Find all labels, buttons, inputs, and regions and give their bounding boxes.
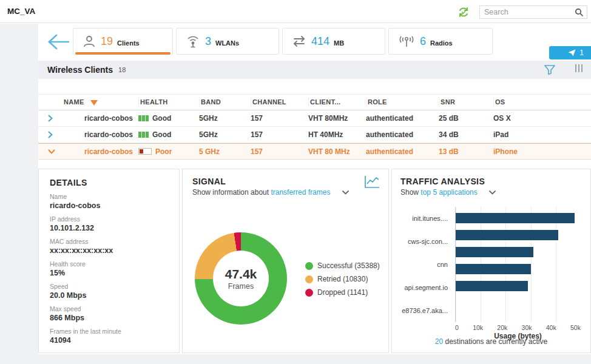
cell-band: 5 GHz: [199, 147, 251, 156]
top5-applications-link[interactable]: top 5 applications: [420, 188, 477, 197]
bottom-strip: [38, 354, 591, 364]
cell-channel: 157: [251, 147, 308, 156]
column-header-name[interactable]: NAME: [62, 97, 138, 107]
search-box: [479, 5, 587, 19]
cell-snr: 34 dB: [439, 130, 493, 139]
row-expand-icon[interactable]: [38, 115, 62, 122]
radios-label: Radios: [430, 39, 453, 47]
bar-label: api.segment.io: [399, 276, 453, 299]
axis-tick: 40k: [546, 324, 556, 331]
bar-label: e8736.e7.aka...: [399, 299, 453, 322]
axis-tick: 10k: [473, 324, 483, 331]
column-header-client[interactable]: CLIENT...: [308, 97, 366, 107]
clients-count: 19: [101, 35, 113, 48]
axis-tick: 30k: [522, 324, 532, 331]
cell-os: OS X: [493, 114, 591, 123]
cell-name: ricardo-cobos: [62, 130, 138, 139]
field-value: 41094: [50, 336, 168, 345]
traffic-dropdown-icon[interactable]: [489, 190, 496, 195]
row-expand-icon[interactable]: [38, 131, 62, 138]
signal-dropdown-icon[interactable]: [342, 190, 349, 195]
tab-wlans[interactable]: 3 WLANs: [176, 28, 279, 55]
mb-count: 414: [311, 35, 329, 48]
cell-client: VHT 80MHz: [308, 114, 366, 123]
row-collapse-icon[interactable]: [38, 149, 62, 154]
tab-radios[interactable]: 6 Radios: [388, 28, 493, 55]
cell-role: authenticated: [366, 114, 439, 123]
clients-table: NAME HEALTH BAND CHANNEL CLIENT... ROLE …: [38, 94, 591, 160]
mb-label: MB: [334, 39, 344, 47]
column-header-role[interactable]: ROLE: [366, 97, 439, 107]
field-label: Speed: [50, 283, 168, 290]
sync-button[interactable]: [457, 5, 470, 19]
cell-os: iPhone: [493, 147, 591, 156]
cell-channel: 157: [251, 130, 308, 139]
badge-plane-icon: [568, 49, 576, 56]
traffic-panel: TRAFFIC ANALYSIS Show top 5 applications…: [391, 169, 591, 353]
traffic-bar: [456, 213, 575, 223]
signal-subtitle-text: Show information about: [192, 188, 271, 197]
alert-badge[interactable]: 1: [549, 46, 591, 59]
field-value: 866 Mbps: [50, 314, 168, 322]
cell-snr: 25 dB: [439, 114, 493, 123]
health-good-indicator: [138, 132, 149, 138]
axis-tick: 0: [455, 324, 459, 331]
column-header-channel[interactable]: CHANNEL: [251, 97, 308, 107]
table-row[interactable]: ricardo-cobos Good 5GHz 157 VHT 80MHz au…: [38, 110, 591, 127]
signal-title: SIGNAL: [192, 177, 379, 186]
sync-icon: [457, 5, 470, 19]
search-input[interactable]: [484, 7, 569, 18]
traffic-bar: [456, 230, 558, 240]
legend-dot: [305, 262, 313, 270]
column-header-snr[interactable]: SNR: [439, 97, 493, 107]
donut-center-value: 47.4k: [225, 267, 257, 281]
cell-name: ricardo-cobos: [62, 114, 138, 123]
bar-label: init.itunes....: [399, 207, 453, 230]
line-chart-icon[interactable]: [364, 175, 380, 189]
health-poor-indicator: [138, 148, 152, 155]
transfer-arrows-icon: [291, 35, 307, 48]
cell-band: 5GHz: [199, 130, 251, 139]
column-header-band[interactable]: BAND: [199, 97, 251, 107]
cell-snr: 13 dB: [439, 147, 493, 156]
wlans-count: 3: [205, 35, 211, 48]
left-gutter: [0, 24, 38, 364]
tab-traffic-mb[interactable]: 414 MB: [282, 28, 385, 55]
section-header: Wireless Clients 18: [38, 61, 591, 79]
cell-os: iPad: [493, 130, 591, 139]
cell-role: authenticated: [366, 130, 439, 139]
details-title: DETAILS: [50, 178, 168, 187]
search-icon[interactable]: [575, 8, 584, 17]
back-button[interactable]: [46, 33, 70, 50]
top-bar: MC_VA: [0, 0, 591, 23]
cell-health: Good: [138, 130, 199, 139]
traffic-title: TRAFFIC ANALYSIS: [400, 177, 582, 186]
filter-icon[interactable]: [544, 64, 556, 76]
column-header-os[interactable]: OS: [493, 97, 591, 107]
cell-client: HT 40MHz: [308, 130, 366, 139]
legend-item: Retried (10830): [305, 275, 380, 283]
transferred-frames-link[interactable]: transferred frames: [271, 188, 330, 197]
section-count: 18: [118, 66, 126, 73]
column-header-health[interactable]: HEALTH: [138, 97, 199, 107]
field-label: Health score: [50, 260, 168, 268]
table-row-selected[interactable]: ricardo-cobos Poor 5 GHz 157 VHT 80 MHz …: [38, 143, 591, 160]
traffic-bar: [456, 264, 531, 274]
field-label: Frames in the last minute: [50, 328, 168, 335]
bar-label: cnn: [399, 253, 453, 276]
table-row[interactable]: ricardo-cobos Good 5GHz 157 HT 40MHz aut…: [38, 127, 591, 143]
traffic-subtitle: Show top 5 applications: [400, 188, 582, 197]
tab-clients[interactable]: 19 Clients: [73, 28, 173, 55]
field-value: 10.101.2.132: [50, 224, 168, 232]
legend-dot: [305, 289, 313, 297]
signal-subtitle: Show information about transferred frame…: [192, 188, 379, 197]
active-destinations-count[interactable]: 20: [435, 337, 443, 346]
field-label: IP address: [50, 215, 168, 223]
traffic-bar: [456, 281, 528, 291]
cell-role: authenticated: [366, 147, 439, 156]
columns-settings-icon[interactable]: [575, 64, 583, 72]
traffic-bar: [456, 247, 533, 257]
column-header-spacer: [38, 97, 62, 107]
traffic-chart: init.itunes.... cws-sjc.con... cnn api.s…: [399, 207, 581, 322]
traffic-footer: 20 destinations are currently active: [392, 337, 590, 346]
